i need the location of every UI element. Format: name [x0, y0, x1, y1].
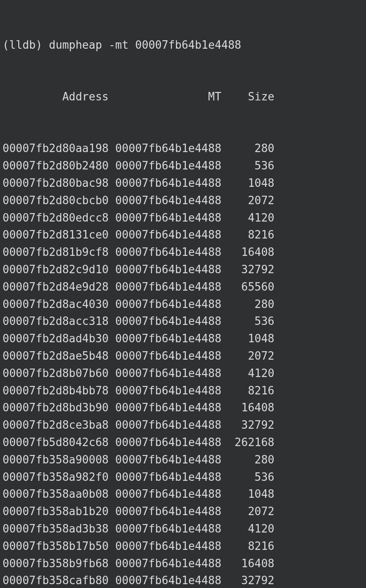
cell-address: 00007fb2d8acc318 — [3, 313, 108, 330]
cell-address: 00007fb2d81b9cf8 — [3, 244, 108, 261]
cell-mt: 00007fb64b1e4488 — [115, 365, 221, 382]
cell-size: 32792 — [222, 261, 274, 278]
command-line: (lldb) dumpheap -mt 00007fb64b1e4488 — [3, 36, 363, 54]
table-row: 00007fb358a982f000007fb64b1e4488536 — [3, 469, 363, 486]
cell-mt: 00007fb64b1e4488 — [115, 244, 221, 261]
table-row: 00007fb358ad3b3800007fb64b1e44884120 — [3, 520, 363, 538]
cell-mt: 00007fb64b1e4488 — [115, 572, 221, 588]
cell-mt: 00007fb64b1e4488 — [115, 175, 221, 192]
cell-mt: 00007fb64b1e4488 — [115, 469, 221, 486]
cell-address: 00007fb358b9fb68 — [3, 555, 108, 572]
table-row: 00007fb2d80bac9800007fb64b1e44881048 — [3, 175, 363, 192]
table-row: 00007fb2d8ac403000007fb64b1e4488280 — [3, 296, 363, 313]
cell-address: 00007fb358cafb80 — [3, 572, 108, 588]
cell-address: 00007fb2d8bd3b90 — [3, 399, 108, 416]
cell-address: 00007fb358a982f0 — [3, 469, 108, 486]
cell-address: 00007fb2d82c9d10 — [3, 261, 108, 278]
cell-address: 00007fb2d8b4bb78 — [3, 382, 108, 399]
cell-size: 2072 — [222, 347, 274, 365]
table-body: 00007fb2d80aa19800007fb64b1e448828000007… — [3, 140, 363, 588]
cell-mt: 00007fb64b1e4488 — [115, 434, 221, 451]
cell-mt: 00007fb64b1e4488 — [115, 140, 221, 157]
cell-size: 536 — [222, 157, 274, 175]
cell-size: 16408 — [222, 244, 274, 261]
cell-address: 00007fb2d80bac98 — [3, 175, 108, 192]
cell-size: 16408 — [222, 399, 274, 416]
cell-address: 00007fb358b17b50 — [3, 538, 108, 555]
table-row: 00007fb2d8acc31800007fb64b1e4488536 — [3, 313, 363, 330]
table-row: 00007fb358ab1b2000007fb64b1e44882072 — [3, 503, 363, 520]
header-mt: MT — [115, 88, 221, 105]
cell-mt: 00007fb64b1e4488 — [115, 296, 221, 313]
cell-mt: 00007fb64b1e4488 — [115, 485, 221, 503]
prompt-prefix: (lldb) — [3, 39, 49, 51]
cell-size: 65560 — [222, 278, 274, 296]
table-row: 00007fb2d80edcc800007fb64b1e44884120 — [3, 209, 363, 227]
cell-address: 00007fb2d80b2480 — [3, 157, 108, 175]
cell-address: 00007fb2d8ce3ba8 — [3, 416, 108, 434]
cell-address: 00007fb2d8131ce0 — [3, 226, 108, 244]
cell-mt: 00007fb64b1e4488 — [115, 503, 221, 520]
cell-address: 00007fb358ad3b38 — [3, 520, 108, 538]
header-size: Size — [222, 88, 274, 105]
cell-address: 00007fb2d80aa198 — [3, 140, 108, 157]
table-row: 00007fb2d8ce3ba800007fb64b1e448832792 — [3, 416, 363, 434]
cell-mt: 00007fb64b1e4488 — [115, 399, 221, 416]
cell-mt: 00007fb64b1e4488 — [115, 226, 221, 244]
table-row: 00007fb358b17b5000007fb64b1e44888216 — [3, 538, 363, 555]
cell-address: 00007fb2d84e9d28 — [3, 278, 108, 296]
cell-size: 8216 — [222, 538, 274, 555]
cell-size: 280 — [222, 296, 274, 313]
cell-size: 2072 — [222, 192, 274, 209]
table-row: 00007fb2d8b07b6000007fb64b1e44884120 — [3, 365, 363, 382]
cell-address: 00007fb2d8ac4030 — [3, 296, 108, 313]
cell-mt: 00007fb64b1e4488 — [115, 347, 221, 365]
cell-size: 280 — [222, 140, 274, 157]
cell-size: 32792 — [222, 572, 274, 588]
cell-mt: 00007fb64b1e4488 — [115, 520, 221, 538]
cell-mt: 00007fb64b1e4488 — [115, 382, 221, 399]
cell-mt: 00007fb64b1e4488 — [115, 538, 221, 555]
table-row: 00007fb2d84e9d2800007fb64b1e448865560 — [3, 278, 363, 296]
cell-size: 32792 — [222, 416, 274, 434]
cell-size: 1048 — [222, 175, 274, 192]
command-text: dumpheap -mt 00007fb64b1e4488 — [49, 39, 241, 51]
cell-mt: 00007fb64b1e4488 — [115, 330, 221, 347]
cell-mt: 00007fb64b1e4488 — [115, 278, 221, 296]
table-row: 00007fb358aa0b0800007fb64b1e44881048 — [3, 485, 363, 503]
cell-size: 4120 — [222, 365, 274, 382]
header-address: Address — [3, 88, 108, 105]
cell-address: 00007fb358ab1b20 — [3, 503, 108, 520]
cell-size: 8216 — [222, 226, 274, 244]
cell-size: 2072 — [222, 503, 274, 520]
cell-address: 00007fb2d80cbcb0 — [3, 192, 108, 209]
cell-size: 1048 — [222, 330, 274, 347]
cell-address: 00007fb2d8ae5b48 — [3, 347, 108, 365]
cell-mt: 00007fb64b1e4488 — [115, 261, 221, 278]
cell-size: 536 — [222, 313, 274, 330]
cell-mt: 00007fb64b1e4488 — [115, 209, 221, 227]
cell-address: 00007fb2d80edcc8 — [3, 209, 108, 227]
cell-size: 4120 — [222, 520, 274, 538]
table-row: 00007fb2d81b9cf800007fb64b1e448816408 — [3, 244, 363, 261]
cell-address: 00007fb2d8ad4b30 — [3, 330, 108, 347]
table-header: AddressMTSize — [3, 88, 363, 105]
table-row: 00007fb358cafb8000007fb64b1e448832792 — [3, 572, 363, 588]
table-row: 00007fb2d8131ce000007fb64b1e44888216 — [3, 226, 363, 244]
table-row: 00007fb2d82c9d1000007fb64b1e448832792 — [3, 261, 363, 278]
table-row: 00007fb2d80cbcb000007fb64b1e44882072 — [3, 192, 363, 209]
terminal-output[interactable]: (lldb) dumpheap -mt 00007fb64b1e4488 Add… — [0, 0, 366, 588]
cell-size: 8216 — [222, 382, 274, 399]
cell-size: 280 — [222, 451, 274, 469]
cell-address: 00007fb358a90008 — [3, 451, 108, 469]
cell-mt: 00007fb64b1e4488 — [115, 416, 221, 434]
cell-mt: 00007fb64b1e4488 — [115, 451, 221, 469]
cell-mt: 00007fb64b1e4488 — [115, 192, 221, 209]
cell-size: 1048 — [222, 485, 274, 503]
table-row: 00007fb2d8ad4b3000007fb64b1e44881048 — [3, 330, 363, 347]
cell-size: 536 — [222, 469, 274, 486]
table-row: 00007fb2d80b248000007fb64b1e4488536 — [3, 157, 363, 175]
cell-mt: 00007fb64b1e4488 — [115, 313, 221, 330]
cell-mt: 00007fb64b1e4488 — [115, 157, 221, 175]
table-row: 00007fb358a9000800007fb64b1e4488280 — [3, 451, 363, 469]
